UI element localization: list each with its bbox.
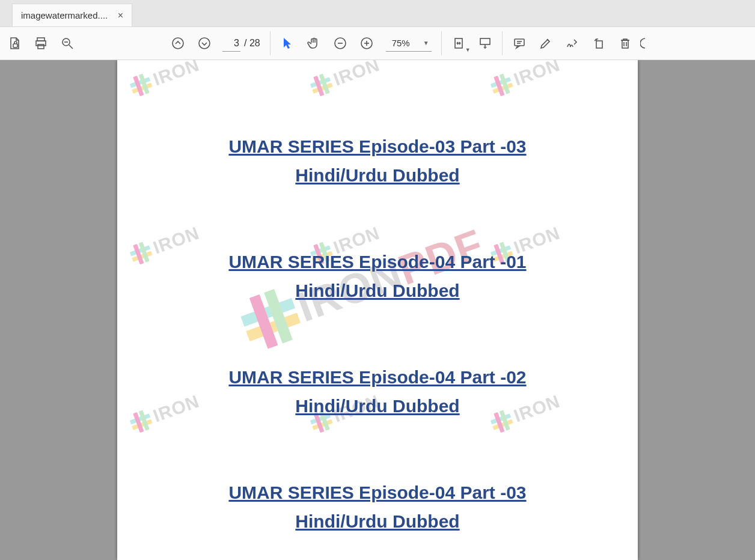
episode-link[interactable]: UMAR SERIES Episode-04 Part -01 Hindi/Ur… bbox=[197, 248, 558, 305]
page-up-icon[interactable] bbox=[165, 30, 191, 56]
fit-page-icon[interactable]: ▼ bbox=[445, 30, 472, 56]
comment-icon[interactable] bbox=[506, 30, 533, 56]
more-icon[interactable] bbox=[638, 30, 656, 56]
svg-rect-0 bbox=[13, 44, 17, 47]
svg-line-5 bbox=[69, 45, 73, 49]
close-icon[interactable]: × bbox=[115, 10, 126, 21]
tab-title: imagewatermarked.... bbox=[21, 10, 115, 20]
episode-link[interactable]: UMAR SERIES Episode-03 Part -03 Hindi/Ur… bbox=[197, 132, 558, 190]
svg-rect-3 bbox=[38, 44, 44, 49]
highlight-icon[interactable] bbox=[533, 30, 559, 56]
document-viewer[interactable]: IRON IRON IRON IRON IRON IRON IRON IRON … bbox=[0, 60, 755, 560]
zoom-out-icon[interactable] bbox=[327, 30, 353, 56]
svg-rect-15 bbox=[480, 38, 490, 44]
tab-bar: imagewatermarked.... × bbox=[0, 0, 755, 26]
print-icon[interactable] bbox=[28, 30, 54, 56]
delete-icon[interactable] bbox=[612, 30, 638, 56]
sign-icon[interactable] bbox=[559, 30, 585, 56]
separator bbox=[502, 31, 503, 55]
rotate-icon[interactable] bbox=[585, 30, 612, 56]
zoom-select[interactable]: 75% ▼ bbox=[386, 35, 432, 52]
select-cursor-icon[interactable] bbox=[274, 30, 301, 56]
chevron-down-icon: ▼ bbox=[465, 47, 471, 53]
svg-rect-20 bbox=[622, 40, 628, 48]
separator bbox=[270, 31, 271, 55]
page-number-input[interactable] bbox=[222, 35, 240, 52]
hand-pan-icon[interactable] bbox=[301, 30, 327, 56]
svg-point-8 bbox=[199, 38, 210, 49]
read-mode-icon[interactable] bbox=[472, 30, 498, 56]
svg-rect-19 bbox=[596, 41, 602, 48]
pdf-page: IRON IRON IRON IRON IRON IRON IRON IRON … bbox=[117, 60, 638, 560]
zoom-value: 75% bbox=[392, 38, 410, 48]
chevron-down-icon: ▼ bbox=[423, 40, 429, 46]
svg-rect-16 bbox=[515, 39, 524, 46]
episode-link[interactable]: UMAR SERIES Episode-04 Part -02 Hindi/Ur… bbox=[197, 363, 558, 421]
zoom-in-icon[interactable] bbox=[353, 30, 380, 56]
svg-point-7 bbox=[173, 38, 183, 49]
document-tab[interactable]: imagewatermarked.... × bbox=[12, 4, 132, 26]
separator bbox=[441, 31, 442, 55]
page-down-icon[interactable] bbox=[191, 30, 218, 56]
zoom-out-magnifier-icon[interactable] bbox=[54, 30, 81, 56]
save-lock-icon[interactable] bbox=[1, 30, 28, 56]
toolbar: / 28 75% ▼ ▼ bbox=[0, 26, 755, 60]
episode-link[interactable]: UMAR SERIES Episode-04 Part -03 Hindi/Ur… bbox=[197, 478, 558, 536]
page-content: UMAR SERIES Episode-03 Part -03 Hindi/Ur… bbox=[117, 60, 638, 560]
page-total-label: / 28 bbox=[244, 38, 260, 49]
